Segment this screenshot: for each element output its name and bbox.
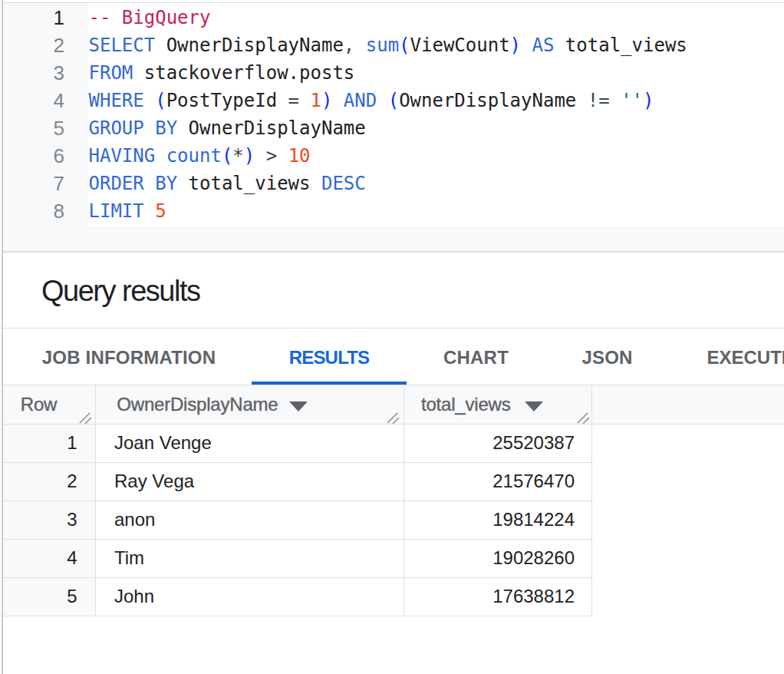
token-bracket: ) <box>510 35 521 56</box>
token-bracket: ( <box>388 90 399 111</box>
token-identifier <box>255 145 265 167</box>
token-bracket: ( <box>399 35 410 56</box>
token-identifier: stackoverflow.posts <box>133 62 354 84</box>
token-string: '' <box>621 90 643 111</box>
token-identifier <box>155 145 166 167</box>
token-operator: * <box>232 145 243 167</box>
line-number: 1 <box>3 4 64 31</box>
token-identifier <box>277 145 288 167</box>
token-keyword: GROUP BY <box>89 117 178 139</box>
column-header-ownerdisplayname: OwnerDisplayName <box>117 385 278 424</box>
token-keyword: SELECT <box>89 35 156 56</box>
token-number: 1 <box>311 90 321 111</box>
editor-line-numbers: 12345678 <box>3 3 64 225</box>
views-cell: 25520387 <box>403 425 575 463</box>
views-cell: 17638812 <box>403 578 575 616</box>
token-keyword: AND <box>332 90 377 111</box>
token-bracket: ) <box>643 90 654 111</box>
column-header-total-views: total_views <box>421 385 511 424</box>
code-line: HAVING count(*) > 10 <box>89 142 779 170</box>
token-bracket: ) <box>321 90 332 111</box>
code-line: ORDER BY total_views DESC <box>89 170 779 197</box>
owner-cell: Ray Vega <box>114 463 398 501</box>
token-bracket: ( <box>155 90 166 111</box>
token-keyword: ORDER BY <box>89 173 178 194</box>
editor-bottom-strip <box>3 226 784 251</box>
tab-results[interactable]: RESULTS <box>252 329 407 385</box>
line-number: 5 <box>3 114 64 142</box>
views-cell: 19814224 <box>403 501 575 540</box>
views-cell: 21576470 <box>403 463 575 501</box>
token-operator: = <box>288 90 299 111</box>
token-bracket: ) <box>244 145 255 167</box>
owner-cell: Tim <box>114 540 398 578</box>
row-number-cell: 1 <box>3 425 77 463</box>
row-number-cell: 4 <box>3 540 77 578</box>
code-line: LIMIT 5 <box>89 197 779 225</box>
owner-cell: John <box>114 578 398 616</box>
token-identifier <box>299 90 310 111</box>
divider <box>3 251 784 253</box>
owner-cell: Joan Venge <box>114 425 398 463</box>
token-keyword: WHERE <box>89 90 144 111</box>
row-number-cell: 5 <box>3 578 77 616</box>
sort-dropdown-icon[interactable] <box>289 401 308 411</box>
token-bracket: ( <box>222 145 232 167</box>
token-operator: , <box>344 35 354 56</box>
code-line: -- BigQuery <box>89 4 779 31</box>
row-number-cell: 3 <box>3 501 77 540</box>
token-keyword: LIMIT <box>89 200 144 222</box>
column-resize-handle-icon[interactable] <box>79 412 92 424</box>
column-resize-handle-icon[interactable] <box>387 412 400 424</box>
owner-cell: anon <box>114 501 398 540</box>
tab-label: EXECUTION DETAILS <box>707 347 784 368</box>
token-identifier: total_views <box>177 173 310 194</box>
token-identifier: OwnerDisplayName <box>155 35 344 56</box>
token-identifier: OwnerDisplayName <box>177 117 366 139</box>
code-line: FROM stackoverflow.posts <box>89 59 779 87</box>
views-cell: 19028260 <box>403 540 575 578</box>
code-line: WHERE (PostTypeId = 1) AND (OwnerDisplay… <box>89 87 779 114</box>
token-identifier <box>377 90 387 111</box>
column-border <box>95 385 96 616</box>
row-number-cell: 2 <box>3 463 77 501</box>
token-keyword: count <box>166 145 222 167</box>
sort-dropdown-icon[interactable] <box>525 401 543 411</box>
sql-code[interactable]: -- BigQuerySELECT OwnerDisplayName, sum(… <box>89 3 779 225</box>
token-identifier: PostTypeId <box>166 90 288 111</box>
tab-chart[interactable]: CHART <box>407 329 545 385</box>
column-resize-handle-icon[interactable] <box>577 412 590 424</box>
column-border <box>591 385 592 616</box>
token-identifier: OwnerDisplayName <box>399 90 588 111</box>
tab-job-information[interactable]: JOB INFORMATION <box>6 329 252 385</box>
query-results-title: Query results <box>41 274 199 308</box>
token-identifier: ViewCount <box>410 35 510 56</box>
line-number: 6 <box>3 142 64 170</box>
token-identifier <box>144 90 155 111</box>
line-number: 3 <box>3 59 64 87</box>
token-identifier <box>144 200 155 222</box>
column-header-row: Row <box>21 385 57 424</box>
token-comment: -- BigQuery <box>89 7 211 28</box>
line-number: 2 <box>3 31 64 59</box>
token-keyword: HAVING <box>89 145 156 167</box>
token-number: 5 <box>155 200 166 222</box>
token-identifier <box>610 90 621 111</box>
tab-label: CHART <box>443 347 509 368</box>
token-keyword: FROM <box>89 62 133 84</box>
token-keyword: sum <box>354 35 399 56</box>
token-operator: != <box>588 90 610 111</box>
code-line: SELECT OwnerDisplayName, sum(ViewCount) … <box>89 31 779 59</box>
tab-json[interactable]: JSON <box>545 329 669 385</box>
tab-execution-details[interactable]: EXECUTION DETAILS <box>669 329 784 385</box>
token-operator: > <box>266 145 277 167</box>
line-number: 7 <box>3 170 64 197</box>
token-keyword: AS <box>521 35 554 56</box>
token-identifier: total_views <box>554 35 687 56</box>
token-keyword: DESC <box>310 173 365 194</box>
line-number: 4 <box>3 87 64 114</box>
token-number: 10 <box>288 145 311 167</box>
line-number: 8 <box>3 197 64 225</box>
bigquery-results-page: 12345678 -- BigQuerySELECT OwnerDisplayN… <box>0 0 784 674</box>
tab-label: JSON <box>582 347 633 368</box>
